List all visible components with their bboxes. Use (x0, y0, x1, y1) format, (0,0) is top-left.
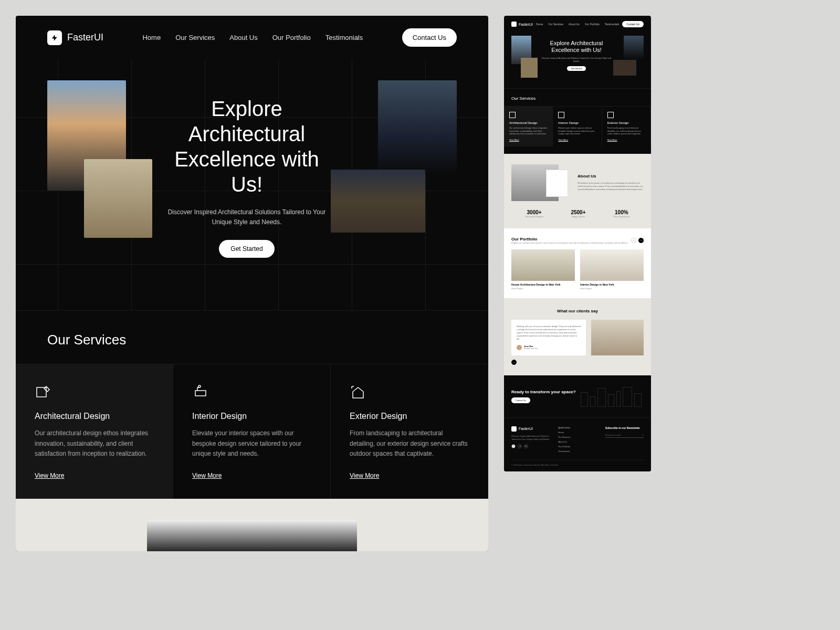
svg-point-2 (198, 385, 201, 387)
contact-button[interactable]: Contact Us (622, 21, 644, 27)
house-icon (350, 383, 366, 400)
about-heading: About Us (578, 174, 644, 178)
service-card-exterior[interactable]: Exterior Design From landscaping to arch… (331, 364, 488, 499)
bolt-icon (511, 426, 517, 432)
hero-images-left (47, 80, 152, 238)
thumb-footer: FasterUI Discover Inspired Architectural… (504, 418, 651, 471)
testimonial-image (591, 320, 644, 355)
thumb-testimonials: What our clients say Working with you al… (504, 298, 651, 375)
hero-image-house-night (378, 80, 457, 175)
service-card[interactable]: Interior DesignElevate your interior spa… (553, 106, 602, 146)
service-description: Our architectural design ethos integrate… (35, 428, 154, 459)
stat-item: 2500+Happy Clients (571, 209, 585, 218)
nav-link[interactable]: Home (536, 23, 543, 26)
service-card[interactable]: Architectural DesignOur architectural de… (504, 106, 553, 146)
service-card[interactable]: Exterior DesignFrom landscaping to archi… (602, 106, 651, 146)
contact-button[interactable]: Contact Us (511, 397, 530, 403)
contact-button[interactable]: Contact Us (402, 28, 457, 47)
thumb-hero: Explore Architectural Excellence with Us… (504, 33, 651, 89)
hero-title: Explore Architectural Excellence with Us… (163, 96, 331, 197)
about-body: We believe in the power of architecture … (578, 182, 644, 191)
arrow-right-icon[interactable]: → (511, 360, 517, 365)
nav-link-testimonials[interactable]: Testimonials (326, 34, 363, 41)
view-more-link[interactable]: View More (192, 472, 222, 479)
svg-rect-1 (195, 391, 206, 396)
nav-link[interactable]: Our Services (548, 23, 563, 26)
stat-item: 3000+Successful Projects (525, 209, 543, 218)
sofa-icon (192, 383, 209, 400)
thumb-nav: FasterUI Home Our Services About Us Our … (504, 16, 651, 33)
nav-link-portfolio[interactable]: Our Portfolio (272, 34, 311, 41)
stat-item: 100%Client Satisfaction (613, 209, 630, 218)
avatar (517, 345, 522, 350)
footer-link[interactable]: Home (558, 431, 596, 434)
nav-link-about[interactable]: About Us (229, 34, 257, 41)
services-heading: Our Services (47, 332, 457, 348)
full-page-thumbnail: FasterUI Home Our Services About Us Our … (504, 16, 651, 471)
thumb-portfolio: Our Portfolio Explore our architectural … (504, 228, 651, 298)
nav-link-home[interactable]: Home (142, 34, 161, 41)
thumb-cta: Ready to transform your space? Contact U… (504, 375, 651, 418)
newsletter-input[interactable]: Enter your email ➤ (605, 433, 644, 438)
view-more-link[interactable]: View More (35, 472, 64, 479)
bolt-icon (511, 22, 517, 27)
get-started-button[interactable]: Get Started (219, 240, 274, 258)
thumb-nav-links: Home Our Services About Us Our Portfolio… (536, 23, 619, 26)
linkedin-icon[interactable]: in (524, 444, 528, 448)
footer-link[interactable]: Our Services (558, 436, 596, 438)
footer-tagline: Discover Inspired Architectural Solution… (511, 435, 550, 441)
hero-images-right (341, 80, 457, 238)
thumb-logo: FasterUI (511, 22, 533, 27)
nav-link[interactable]: About Us (569, 23, 580, 26)
arrow-left-icon[interactable]: ← (631, 238, 636, 243)
portfolio-image (511, 249, 575, 281)
logo[interactable]: FasterUI (47, 30, 103, 45)
portfolio-image (580, 249, 644, 281)
services-grid: Architectural Design Our architectural d… (16, 364, 488, 499)
service-description: From landscaping to architectural detail… (350, 428, 469, 459)
nav-link[interactable]: Testimonials (605, 23, 620, 26)
nav-link-services[interactable]: Our Services (175, 34, 215, 41)
hero-image-living-room (331, 170, 425, 233)
thumb-services: Our Services Architectural DesignOur arc… (504, 89, 651, 154)
view-more-link[interactable]: View More (350, 472, 379, 479)
testimonials-heading: What our clients say (511, 309, 644, 313)
facebook-icon[interactable]: f (511, 444, 516, 448)
hero-section: Explore Architectural Excellence with Us… (16, 59, 488, 311)
city-skyline-icon (581, 386, 644, 407)
cta-heading: Ready to transform your space? (511, 390, 576, 394)
hero-title: Explore Architectural Excellence with Us… (540, 40, 613, 54)
about-image-preview (147, 520, 357, 551)
send-icon[interactable]: ➤ (642, 434, 644, 436)
hero-image-chair (84, 159, 152, 238)
quick-links-heading: Quick Links (558, 426, 596, 429)
footer-link[interactable]: About Us (558, 440, 596, 443)
bolt-icon (47, 30, 62, 45)
arrow-right-icon[interactable]: → (638, 238, 644, 243)
author-location: Brooklyn, New York (524, 348, 538, 350)
hero-subtitle: Discover Inspired Architectural Solution… (163, 207, 331, 227)
nav-link[interactable]: Our Portfolio (585, 23, 600, 26)
brand-name: FasterUI (67, 32, 103, 43)
thumb-about: About Us We believe in the power of arch… (504, 154, 651, 228)
instagram-icon[interactable]: ◇ (518, 444, 522, 448)
portfolio-item[interactable]: Interior Design in New York View Project (580, 249, 644, 290)
service-card-interior[interactable]: Interior Design Elevate your interior sp… (173, 364, 331, 499)
portfolio-item[interactable]: House Architecture Design in New York Vi… (511, 249, 575, 290)
service-title: Exterior Design (350, 412, 469, 421)
portfolio-heading: Our Portfolio (511, 237, 628, 242)
service-description: Elevate your interior spaces with our be… (192, 428, 311, 459)
stats-row: 3000+Successful Projects 2500+Happy Clie… (511, 209, 644, 218)
about-preview-section (16, 499, 488, 551)
portfolio-sub: Explore our architectural marvels, each … (511, 242, 628, 244)
brand-name: FasterUI (519, 427, 533, 430)
footer-link[interactable]: Our Portfolio (558, 445, 596, 448)
top-nav: FasterUI Home Our Services About Us Our … (16, 16, 488, 59)
service-title: Architectural Design (35, 412, 154, 421)
service-card-architectural[interactable]: Architectural Design Our architectural d… (16, 364, 173, 499)
footer-link[interactable]: Testimonials (558, 450, 596, 453)
get-started-button[interactable]: Get Started (567, 66, 586, 71)
hero-content: Explore Architectural Excellence with Us… (152, 80, 341, 274)
main-landing-view: FasterUI Home Our Services About Us Our … (16, 16, 488, 551)
nav-links: Home Our Services About Us Our Portfolio… (142, 34, 363, 41)
